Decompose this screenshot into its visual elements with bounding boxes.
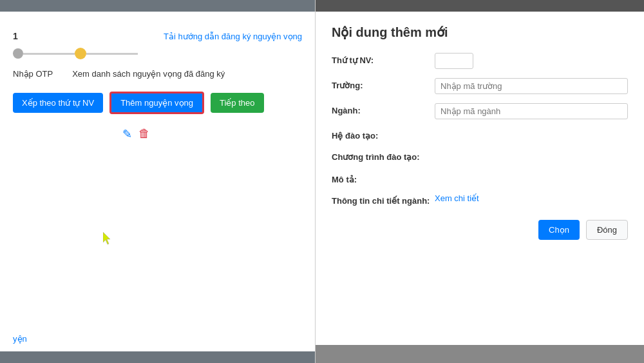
stepper: [13, 48, 302, 59]
huong-dan-link[interactable]: Tải hướng dẫn đăng ký nguyện vọng: [164, 32, 302, 41]
action-buttons: Chọn Đóng: [332, 220, 628, 240]
xem-chi-tiet-link[interactable]: Xem chi tiết: [435, 193, 479, 203]
step-labels: Nhập OTP Xem danh sách nguyện vọng đã đă…: [13, 69, 302, 79]
step-row: 1 Tải hướng dẫn đăng ký nguyện vọng: [13, 31, 302, 41]
left-panel: 1 Tải hướng dẫn đăng ký nguyện vọng Nhập…: [0, 0, 316, 363]
buttons-row: Xếp theo thứ tự NV Thêm nguyện vọng Tiếp…: [13, 92, 302, 114]
form-row-thongtin: Thông tin chi tiết ngành: Xem chi tiết: [332, 193, 628, 207]
form-row-mota: Mô tả:: [332, 172, 628, 184]
xep-thu-tu-button[interactable]: Xếp theo thứ tự NV: [13, 93, 103, 113]
step-line-1: [23, 53, 75, 55]
left-top-bar: [0, 0, 315, 12]
label-chuongtrinh: Chương trình đào tạo:: [332, 150, 435, 163]
label-mota: Mô tả:: [332, 172, 435, 184]
step-dot-1: [13, 48, 23, 59]
label-thu-tu: Thứ tự NV:: [332, 53, 435, 65]
chon-button[interactable]: Chọn: [538, 220, 580, 240]
label-truong: Trường:: [332, 78, 435, 90]
cursor-icon: [103, 232, 112, 245]
cursor-area: [103, 232, 112, 245]
form-row-hedaotao: Hệ đào tạo:: [332, 128, 628, 141]
input-thu-tu[interactable]: [435, 53, 473, 69]
label-nganh: Ngành:: [332, 103, 435, 115]
edit-icon[interactable]: ✎: [122, 127, 132, 141]
input-truong[interactable]: [435, 78, 628, 94]
svg-marker-0: [103, 232, 110, 244]
form-row-thu-tu: Thứ tự NV:: [332, 53, 628, 69]
right-content: Nội dung thêm mới Thứ tự NV: Trường: Ngà…: [316, 12, 644, 253]
bottom-link[interactable]: yện: [13, 334, 27, 344]
step-dot-2: [75, 48, 86, 59]
form-row-truong: Trường:: [332, 78, 628, 94]
input-nganh[interactable]: [435, 103, 628, 119]
right-panel: Nội dung thêm mới Thứ tự NV: Trường: Ngà…: [316, 0, 644, 363]
delete-icon[interactable]: 🗑: [138, 127, 150, 141]
tiep-theo-button[interactable]: Tiếp theo: [211, 93, 264, 113]
form-row-nganh: Ngành:: [332, 103, 628, 119]
form-row-chuongtrinh: Chương trình đào tạo:: [332, 150, 628, 163]
dong-button[interactable]: Đóng: [586, 220, 628, 240]
left-content: 1 Tải hướng dẫn đăng ký nguyện vọng Nhập…: [0, 12, 315, 141]
label-thongtin: Thông tin chi tiết ngành:: [332, 193, 435, 207]
right-bottom-bar: [316, 345, 644, 363]
step-line-2: [86, 53, 138, 55]
step-label-2: Xem danh sách nguyện vọng đã đăng ký: [72, 69, 225, 79]
right-top-bar: [316, 0, 644, 12]
icon-row: ✎ 🗑: [122, 127, 302, 141]
left-bottom-bar: [0, 351, 315, 363]
them-nguyen-vong-button[interactable]: Thêm nguyện vọng: [109, 92, 204, 114]
label-hedaotao: Hệ đào tạo:: [332, 128, 435, 141]
step-number: 1: [13, 31, 18, 41]
step-label-1: Nhập OTP: [13, 69, 53, 79]
panel-title: Nội dung thêm mới: [332, 25, 628, 40]
